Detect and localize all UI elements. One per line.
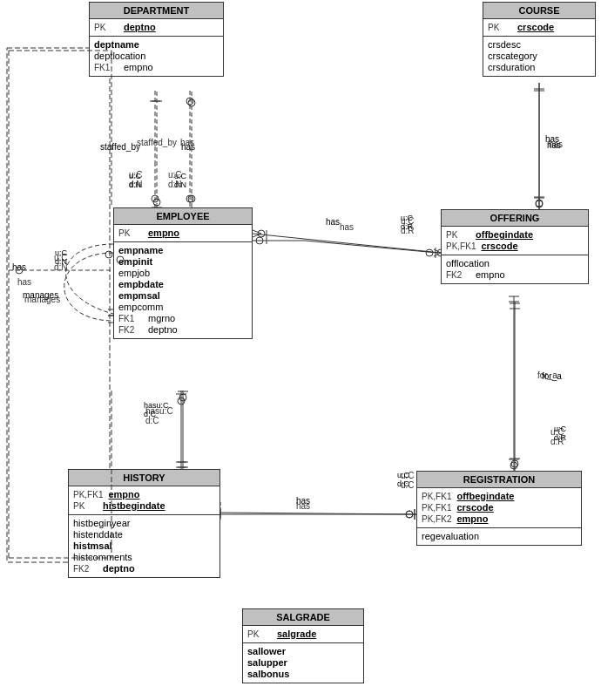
dept-pk-label: PK	[94, 23, 118, 32]
entity-employee: EMPLOYEE PK empno empname empinit empjob…	[113, 207, 253, 339]
svg-line-73	[305, 241, 437, 253]
attr-empinit: empinit	[118, 256, 247, 267]
uc-dr-emp-off: u:Cd:R	[401, 216, 415, 235]
svg-point-97	[511, 460, 518, 467]
attr-histcomments: histcomments	[73, 552, 215, 562]
entity-course-pk: PK crscode	[483, 19, 595, 37]
entity-offering: OFFERING PK offbegindate PK,FK1 crscode …	[441, 209, 589, 284]
dept-pk-value: deptno	[124, 22, 156, 32]
dept-fk1-value: empno	[124, 62, 153, 72]
svg-line-24	[220, 513, 416, 514]
off-fk2-row: FK2 empno	[446, 269, 584, 280]
svg-point-31	[510, 462, 517, 469]
emp-fk1-row: FK1 mgrno	[118, 313, 247, 323]
hist-fk2-label: FK2	[73, 564, 98, 574]
attr-empbdate: empbdate	[118, 279, 247, 289]
attr-empcomm: empcomm	[118, 302, 247, 312]
svg-point-85	[178, 398, 185, 404]
reg-pkfk1a-value: offbegindate	[456, 491, 514, 501]
attr-crsdesc: crsdesc	[488, 39, 591, 50]
uc-dc-dept2: u:Cd:N	[168, 170, 182, 189]
attr-empmsal: empmsal	[118, 290, 247, 301]
emp-fk2-label: FK2	[118, 325, 143, 335]
label-has-emp-off: has	[340, 222, 354, 232]
attr-salbonus: salbonus	[247, 669, 359, 679]
svg-line-77	[434, 253, 441, 256]
entity-department-pk: PK deptno	[90, 19, 223, 37]
uc-dc-reg: u:Cd:C	[401, 471, 415, 490]
entity-course-header: COURSE	[483, 3, 595, 19]
svg-line-76	[434, 249, 441, 253]
svg-point-22	[179, 394, 186, 401]
hist-pk-label: PK	[73, 501, 98, 511]
label-has-left: has	[17, 277, 31, 287]
off-pk-value: offbegindate	[476, 229, 533, 240]
reg-pkfk2-label: PK,FK2	[422, 514, 451, 524]
hist-pkfk1-label: PK,FK1	[73, 490, 103, 500]
label-staffed-by: staffed_by	[137, 138, 177, 147]
attr-deptlocation: deptlocation	[94, 51, 219, 61]
off-fk2-label: FK2	[446, 270, 470, 280]
label-has-dept-emp: has	[180, 138, 194, 147]
entity-salgrade-pk: PK salgrade	[243, 626, 363, 643]
attr-salupper: salupper	[247, 657, 359, 668]
attr-offlocation: offlocation	[446, 258, 584, 268]
entity-employee-attrs: empname empinit empjob empbdate empmsal …	[114, 242, 252, 338]
entity-employee-header: EMPLOYEE	[114, 208, 252, 225]
hist-fk2-value: deptno	[103, 563, 135, 574]
diagram-container: staffed_by has has has manages has for_a…	[0, 0, 601, 700]
entity-employee-pk: PK empno	[114, 225, 252, 242]
entity-history: HISTORY PK,FK1 empno PK histbegindate hi…	[68, 469, 220, 578]
entity-registration-pk: PK,FK1 offbegindate PK,FK1 crscode PK,FK…	[417, 488, 581, 528]
attr-sallower: sallower	[247, 646, 359, 656]
emp-fk2-row: FK2 deptno	[118, 324, 247, 335]
entity-registration-attrs: regevaluation	[417, 528, 581, 545]
svg-point-83	[16, 267, 23, 274]
entity-salgrade: SALGRADE PK salgrade sallower salupper s…	[242, 608, 364, 683]
svg-point-6	[188, 195, 195, 202]
svg-point-15	[105, 251, 112, 258]
attr-regevaluation: regevaluation	[422, 531, 577, 541]
entity-offering-pk: PK offbegindate PK,FK1 crscode	[442, 227, 588, 255]
connectors-svg	[0, 0, 601, 700]
svg-line-10	[253, 230, 261, 234]
svg-line-11	[253, 234, 261, 237]
course-pk-label: PK	[488, 23, 512, 32]
svg-point-26	[406, 511, 413, 518]
off-pk-label: PK	[446, 230, 470, 240]
svg-point-5	[188, 99, 195, 106]
sal-pk-label: PK	[247, 629, 272, 639]
svg-point-101	[536, 200, 543, 207]
label-has-course-off: has	[549, 139, 563, 149]
off-pkfk1-value: crscode	[481, 241, 517, 251]
svg-point-71	[186, 195, 193, 202]
entity-offering-header: OFFERING	[442, 210, 588, 227]
course-pk-value: crscode	[517, 22, 554, 32]
hist-pk-value: histbegindate	[103, 500, 165, 511]
svg-text:has: has	[12, 262, 26, 272]
label-manages: manages	[24, 295, 60, 304]
label-for-a: for_a	[537, 370, 557, 380]
attr-empname: empname	[118, 245, 247, 255]
reg-pkfk2-value: empno	[456, 513, 488, 524]
entity-offering-attrs: offlocation FK2 empno	[442, 255, 588, 283]
attr-crscategory: crscategory	[488, 51, 591, 61]
emp-fk2-value: deptno	[148, 324, 178, 335]
svg-line-7	[253, 234, 441, 253]
reg-pkfk1a-label: PK,FK1	[422, 492, 451, 501]
dept-fk1-label: FK1	[94, 63, 118, 72]
dept-fk1-row: FK1 empno	[94, 62, 219, 72]
hasu-dc: hasu:Cd:C	[145, 406, 173, 425]
uc-dr-reg2: u:Cd:R	[550, 427, 564, 446]
attr-histenddate: histenddate	[73, 529, 215, 540]
svg-point-78	[426, 249, 433, 256]
entity-registration-header: REGISTRATION	[417, 472, 581, 488]
entity-history-header: HISTORY	[69, 470, 219, 486]
emp-fk1-label: FK1	[118, 314, 143, 323]
svg-point-13	[258, 230, 265, 237]
sal-pk-value: salgrade	[277, 629, 316, 639]
entity-department-header: DEPARTMENT	[90, 3, 223, 19]
svg-text:staffed_by: staffed_by	[100, 142, 140, 152]
attr-histmsal: histmsal	[73, 540, 215, 551]
attr-histbeginyear: histbeginyear	[73, 518, 215, 528]
